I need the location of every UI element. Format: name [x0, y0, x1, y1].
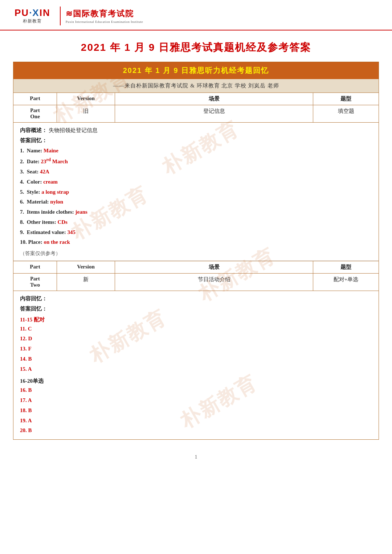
- th2-version: Version: [57, 261, 115, 273]
- part-label: Part: [17, 108, 53, 114]
- puxin-logo: PU·XIN 朴新教育: [15, 8, 50, 24]
- answer-5: 5. Style: a long strap: [20, 187, 372, 197]
- th2-scene: 场景: [115, 261, 313, 273]
- td-type-two: 配对+单选: [313, 274, 379, 291]
- td-scene-one: 登记信息: [115, 105, 313, 122]
- part-one-row: Part One 旧 登记信息 填空题: [13, 105, 379, 123]
- answer-20: 20. B: [20, 426, 372, 436]
- main-content: 朴新教育 朴新教育 朴新教育 朴新教育 朴新教育 朴新教育 2021 年 1 月…: [0, 62, 392, 451]
- answer-9: 9. Estimated value: 345: [20, 227, 372, 238]
- box-subtitle: ——来自朴新国际教育考试院 & 环球教育 北京 学校 刘岚岳 老师: [13, 79, 379, 93]
- part-two-row: Part Two 新 节日活动介绍 配对+单选: [13, 274, 379, 291]
- single-header: 16-20单选: [20, 378, 372, 385]
- page-title: 2021 年 1 月 9 日雅思考试真题机经及参考答案: [0, 41, 392, 54]
- th-part: Part: [13, 93, 57, 105]
- institute-logo: ≋国际教育考试院 Puxin International Education E…: [66, 8, 143, 24]
- th-version: Version: [57, 93, 115, 105]
- part-two-content: 内容回忆： 答案回忆： 11-15 配对 11. C 12. D 13. F 1…: [13, 291, 379, 439]
- institute-name-cn: ≋国际教育考试院: [66, 8, 134, 19]
- table-header-part-two: Part Version 场景 题型: [13, 261, 379, 274]
- td-version-two: 新: [57, 274, 115, 291]
- page-title-area: 2021 年 1 月 9 日雅思考试真题机经及参考答案: [0, 30, 392, 62]
- puxin-logo-top: PU·XIN: [15, 8, 50, 17]
- td-part-two: Part Two: [13, 274, 57, 291]
- answer-17: 17. A: [20, 395, 372, 406]
- logo-area: PU·XIN 朴新教育 ≋国际教育考试院 Puxin International…: [15, 7, 143, 25]
- answer-6: 6. Material: nylon: [20, 197, 372, 207]
- td-type-one: 填空题: [313, 105, 379, 122]
- exam-box: 朴新教育 朴新教育 朴新教育 朴新教育 朴新教育 朴新教育 2021 年 1 月…: [13, 62, 379, 440]
- part-one-content: 内容概述： 失物招领处登记信息 答案回忆： 1. Name: Maine 2. …: [13, 123, 379, 261]
- answers-label-one: 答案回忆：: [20, 136, 372, 146]
- answer-14: 14. B: [20, 354, 372, 364]
- td-scene-two: 节日活动介绍: [115, 274, 313, 291]
- answer-12: 12. D: [20, 334, 372, 344]
- table-header-part-one: Part Version 场景 题型: [13, 93, 379, 105]
- logo-divider: [60, 7, 61, 25]
- answer-13: 13. F: [20, 344, 372, 354]
- answer-19: 19. A: [20, 416, 372, 426]
- answer-7: 7. Items inside clothes: jeans: [20, 207, 372, 217]
- content-recall-label-two: 内容回忆：: [20, 294, 372, 304]
- content-desc-value: 失物招领处登记信息: [49, 127, 98, 133]
- box-header-title: 2021 年 1 月 9 日雅思听力机经考题回忆: [13, 66, 379, 75]
- note-text: （答案仅供参考）: [20, 250, 372, 257]
- answers-label-two: 答案回忆：: [20, 304, 372, 314]
- match-header: 11-15 配对: [20, 316, 372, 323]
- institute-name-en: Puxin International Education Examinatio…: [66, 20, 143, 24]
- th-scene: 场景: [115, 93, 313, 105]
- th2-part: Part: [13, 261, 57, 273]
- box-header: 2021 年 1 月 9 日雅思听力机经考题回忆: [13, 62, 379, 79]
- answer-2: 2. Date: 23rd March: [20, 156, 372, 167]
- answer-11: 11. C: [20, 324, 372, 334]
- page-header: PU·XIN 朴新教育 ≋国际教育考试院 Puxin International…: [0, 0, 392, 30]
- answer-1: 1. Name: Maine: [20, 146, 372, 156]
- part-one-value: One: [17, 114, 53, 120]
- puxin-logo-bottom: 朴新教育: [23, 18, 42, 24]
- td-part-one: Part One: [13, 105, 57, 122]
- answer-15: 15. A: [20, 364, 372, 374]
- content-desc-label: 内容概述：: [20, 127, 47, 133]
- answer-8: 8. Other items: CDs: [20, 217, 372, 227]
- th-type: 题型: [313, 93, 379, 105]
- answer-18: 18. B: [20, 406, 372, 416]
- answer-16: 16. B: [20, 385, 372, 395]
- content-desc-row: 内容概述： 失物招领处登记信息: [20, 126, 372, 136]
- answer-10: 10. Place: on the rack: [20, 237, 372, 247]
- td-version-one: 旧: [57, 105, 115, 122]
- answer-4: 4. Color: cream: [20, 177, 372, 187]
- th2-type: 题型: [313, 261, 379, 273]
- answer-3: 3. Seat: 42A: [20, 167, 372, 177]
- part-two-value: Two: [17, 282, 53, 288]
- page-number: 1: [0, 451, 392, 466]
- part-two-label: Part: [17, 276, 53, 282]
